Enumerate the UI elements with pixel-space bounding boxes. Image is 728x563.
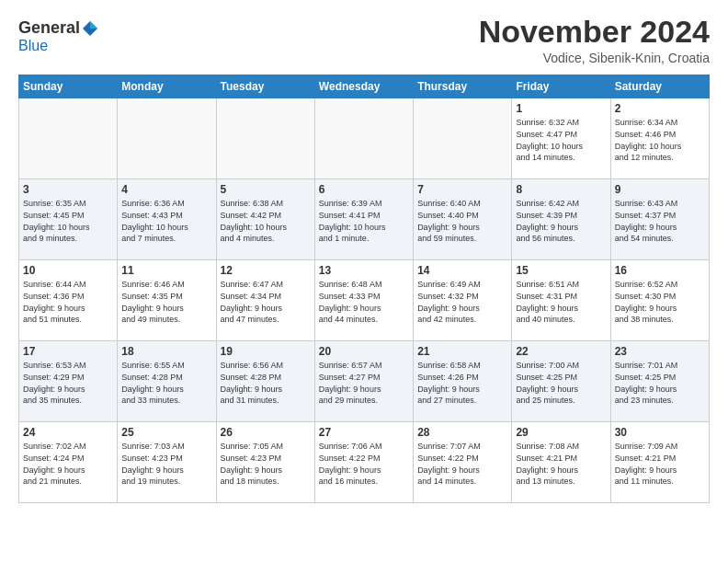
day-number: 14 (417, 264, 507, 277)
day-info: Sunrise: 7:01 AM Sunset: 4:25 PM Dayligh… (615, 360, 705, 406)
calendar-cell: 8Sunrise: 6:42 AM Sunset: 4:39 PM Daylig… (512, 179, 610, 260)
day-info: Sunrise: 6:51 AM Sunset: 4:31 PM Dayligh… (516, 279, 606, 325)
day-number: 1 (516, 102, 606, 115)
day-number: 19 (221, 345, 311, 358)
day-number: 17 (23, 345, 113, 358)
day-number: 28 (417, 426, 507, 439)
day-info: Sunrise: 6:56 AM Sunset: 4:28 PM Dayligh… (221, 360, 311, 406)
day-info: Sunrise: 6:44 AM Sunset: 4:36 PM Dayligh… (23, 279, 113, 325)
day-info: Sunrise: 6:38 AM Sunset: 4:42 PM Dayligh… (221, 198, 311, 244)
header: General Blue November 2024 Vodice, Siben… (18, 15, 710, 65)
week-row-1: 3Sunrise: 6:35 AM Sunset: 4:45 PM Daylig… (19, 179, 710, 260)
day-info: Sunrise: 6:35 AM Sunset: 4:45 PM Dayligh… (23, 198, 113, 244)
week-row-0: 1Sunrise: 6:32 AM Sunset: 4:47 PM Daylig… (19, 98, 710, 179)
day-number: 22 (516, 345, 606, 358)
calendar-cell: 25Sunrise: 7:03 AM Sunset: 4:23 PM Dayli… (118, 422, 216, 503)
calendar: SundayMondayTuesdayWednesdayThursdayFrid… (18, 75, 710, 503)
calendar-cell: 15Sunrise: 6:51 AM Sunset: 4:31 PM Dayli… (512, 260, 610, 341)
calendar-cell: 7Sunrise: 6:40 AM Sunset: 4:40 PM Daylig… (414, 179, 512, 260)
calendar-cell: 13Sunrise: 6:48 AM Sunset: 4:33 PM Dayli… (314, 260, 413, 341)
location: Vodice, Sibenik-Knin, Croatia (479, 51, 710, 65)
day-number: 15 (516, 264, 606, 277)
calendar-cell: 6Sunrise: 6:39 AM Sunset: 4:41 PM Daylig… (314, 179, 413, 260)
calendar-cell (216, 98, 314, 179)
day-info: Sunrise: 7:08 AM Sunset: 4:21 PM Dayligh… (516, 441, 606, 487)
calendar-cell: 5Sunrise: 6:38 AM Sunset: 4:42 PM Daylig… (216, 179, 314, 260)
day-number: 4 (121, 183, 211, 196)
calendar-cell: 27Sunrise: 7:06 AM Sunset: 4:22 PM Dayli… (314, 422, 413, 503)
day-number: 29 (516, 426, 606, 439)
weekday-sunday: Sunday (19, 75, 118, 98)
calendar-cell: 17Sunrise: 6:53 AM Sunset: 4:29 PM Dayli… (19, 341, 118, 422)
day-info: Sunrise: 7:09 AM Sunset: 4:21 PM Dayligh… (615, 441, 705, 487)
day-number: 16 (615, 264, 705, 277)
calendar-cell: 18Sunrise: 6:55 AM Sunset: 4:28 PM Dayli… (118, 341, 216, 422)
page: General Blue November 2024 Vodice, Siben… (0, 0, 728, 563)
day-number: 11 (121, 264, 211, 277)
day-number: 30 (615, 426, 705, 439)
calendar-cell (414, 98, 512, 179)
weekday-monday: Monday (118, 75, 216, 98)
weekday-wednesday: Wednesday (314, 75, 413, 98)
day-info: Sunrise: 6:39 AM Sunset: 4:41 PM Dayligh… (319, 198, 409, 244)
day-number: 2 (615, 102, 705, 115)
week-row-4: 24Sunrise: 7:02 AM Sunset: 4:24 PM Dayli… (19, 422, 710, 503)
week-row-3: 17Sunrise: 6:53 AM Sunset: 4:29 PM Dayli… (19, 341, 710, 422)
calendar-cell (118, 98, 216, 179)
day-number: 7 (417, 183, 507, 196)
calendar-cell: 20Sunrise: 6:57 AM Sunset: 4:27 PM Dayli… (314, 341, 413, 422)
calendar-cell (314, 98, 413, 179)
logo-blue-text: Blue (18, 38, 48, 53)
day-info: Sunrise: 6:53 AM Sunset: 4:29 PM Dayligh… (23, 360, 113, 406)
day-number: 9 (615, 183, 705, 196)
day-info: Sunrise: 6:46 AM Sunset: 4:35 PM Dayligh… (121, 279, 211, 325)
weekday-friday: Friday (512, 75, 610, 98)
calendar-cell: 23Sunrise: 7:01 AM Sunset: 4:25 PM Dayli… (610, 341, 709, 422)
day-number: 25 (121, 426, 211, 439)
weekday-header-row: SundayMondayTuesdayWednesdayThursdayFrid… (19, 75, 710, 98)
calendar-cell: 24Sunrise: 7:02 AM Sunset: 4:24 PM Dayli… (19, 422, 118, 503)
calendar-cell: 9Sunrise: 6:43 AM Sunset: 4:37 PM Daylig… (610, 179, 709, 260)
logo-general-text: General (18, 18, 80, 38)
weekday-thursday: Thursday (414, 75, 512, 98)
day-number: 3 (23, 183, 113, 196)
day-info: Sunrise: 6:47 AM Sunset: 4:34 PM Dayligh… (221, 279, 311, 325)
day-info: Sunrise: 6:48 AM Sunset: 4:33 PM Dayligh… (319, 279, 409, 325)
logo: General Blue (18, 18, 99, 54)
calendar-cell: 28Sunrise: 7:07 AM Sunset: 4:22 PM Dayli… (414, 422, 512, 503)
day-info: Sunrise: 7:00 AM Sunset: 4:25 PM Dayligh… (516, 360, 606, 406)
calendar-cell: 14Sunrise: 6:49 AM Sunset: 4:32 PM Dayli… (414, 260, 512, 341)
calendar-cell: 1Sunrise: 6:32 AM Sunset: 4:47 PM Daylig… (512, 98, 610, 179)
day-number: 18 (121, 345, 211, 358)
day-info: Sunrise: 7:03 AM Sunset: 4:23 PM Dayligh… (121, 441, 211, 487)
calendar-cell: 26Sunrise: 7:05 AM Sunset: 4:23 PM Dayli… (216, 422, 314, 503)
day-number: 23 (615, 345, 705, 358)
weekday-tuesday: Tuesday (216, 75, 314, 98)
day-number: 5 (221, 183, 311, 196)
day-number: 24 (23, 426, 113, 439)
day-info: Sunrise: 6:55 AM Sunset: 4:28 PM Dayligh… (121, 360, 211, 406)
day-number: 20 (319, 345, 409, 358)
day-info: Sunrise: 6:34 AM Sunset: 4:46 PM Dayligh… (615, 117, 705, 163)
day-number: 6 (319, 183, 409, 196)
day-info: Sunrise: 6:40 AM Sunset: 4:40 PM Dayligh… (417, 198, 507, 244)
calendar-cell (19, 98, 118, 179)
day-number: 13 (319, 264, 409, 277)
day-info: Sunrise: 7:02 AM Sunset: 4:24 PM Dayligh… (23, 441, 113, 487)
svg-marker-1 (90, 21, 97, 29)
day-info: Sunrise: 6:52 AM Sunset: 4:30 PM Dayligh… (615, 279, 705, 325)
day-info: Sunrise: 7:05 AM Sunset: 4:23 PM Dayligh… (221, 441, 311, 487)
calendar-cell: 3Sunrise: 6:35 AM Sunset: 4:45 PM Daylig… (19, 179, 118, 260)
calendar-cell: 29Sunrise: 7:08 AM Sunset: 4:21 PM Dayli… (512, 422, 610, 503)
calendar-cell: 10Sunrise: 6:44 AM Sunset: 4:36 PM Dayli… (19, 260, 118, 341)
calendar-cell: 4Sunrise: 6:36 AM Sunset: 4:43 PM Daylig… (118, 179, 216, 260)
calendar-cell: 2Sunrise: 6:34 AM Sunset: 4:46 PM Daylig… (610, 98, 709, 179)
day-number: 8 (516, 183, 606, 196)
day-info: Sunrise: 6:42 AM Sunset: 4:39 PM Dayligh… (516, 198, 606, 244)
calendar-cell: 16Sunrise: 6:52 AM Sunset: 4:30 PM Dayli… (610, 260, 709, 341)
day-number: 21 (417, 345, 507, 358)
calendar-cell: 19Sunrise: 6:56 AM Sunset: 4:28 PM Dayli… (216, 341, 314, 422)
day-info: Sunrise: 7:06 AM Sunset: 4:22 PM Dayligh… (319, 441, 409, 487)
weekday-saturday: Saturday (610, 75, 709, 98)
day-info: Sunrise: 6:57 AM Sunset: 4:27 PM Dayligh… (319, 360, 409, 406)
